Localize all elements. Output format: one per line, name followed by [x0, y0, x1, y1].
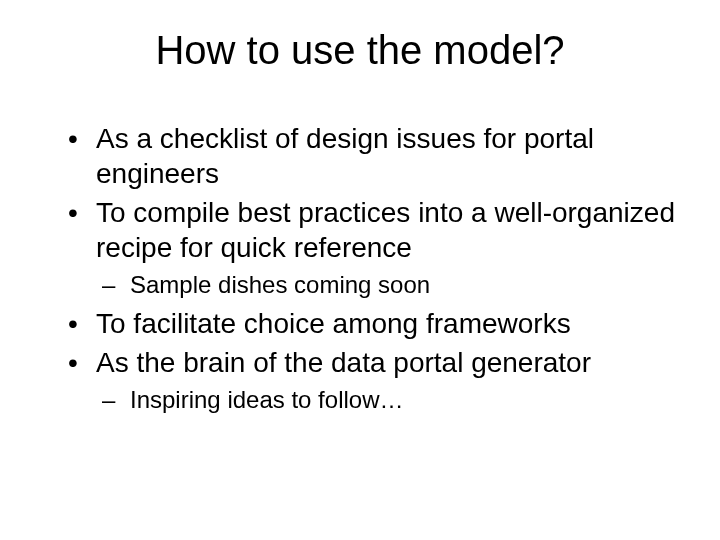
bullet-text: To facilitate choice among frameworks [96, 308, 571, 339]
slide-title: How to use the model? [40, 28, 680, 73]
sub-bullet-item: Sample dishes coming soon [102, 269, 680, 300]
bullet-item: To compile best practices into a well-or… [68, 195, 680, 300]
sub-bullet-list: Inspiring ideas to follow… [96, 384, 680, 415]
sub-bullet-list: Sample dishes coming soon [96, 269, 680, 300]
slide-content: As a checklist of design issues for port… [40, 121, 680, 415]
sub-bullet-item: Inspiring ideas to follow… [102, 384, 680, 415]
bullet-text: As a checklist of design issues for port… [96, 123, 594, 189]
bullet-list: As a checklist of design issues for port… [68, 121, 680, 415]
bullet-item: As the brain of the data portal generato… [68, 345, 680, 415]
bullet-text: To compile best practices into a well-or… [96, 197, 675, 263]
bullet-text: As the brain of the data portal generato… [96, 347, 591, 378]
sub-bullet-text: Sample dishes coming soon [130, 271, 430, 298]
slide: How to use the model? As a checklist of … [0, 0, 720, 540]
sub-bullet-text: Inspiring ideas to follow… [130, 386, 403, 413]
bullet-item: As a checklist of design issues for port… [68, 121, 680, 191]
bullet-item: To facilitate choice among frameworks [68, 306, 680, 341]
